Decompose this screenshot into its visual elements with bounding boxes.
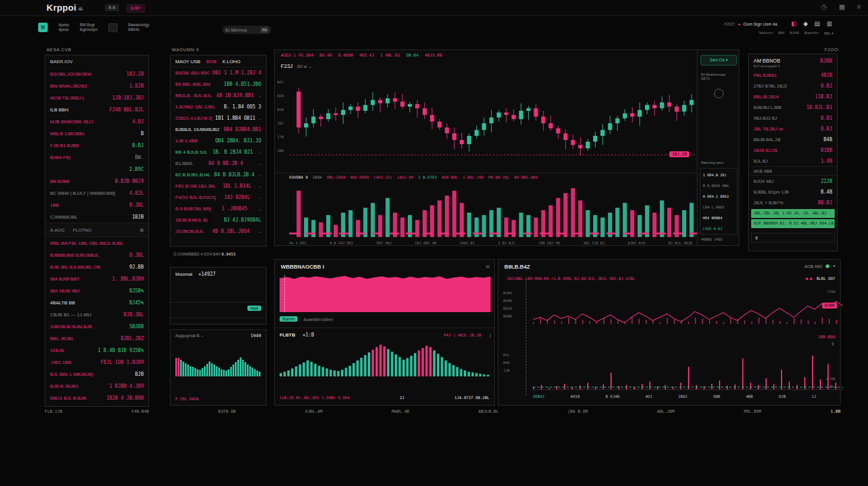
market-row[interactable]: BB1LB. .BJL.BJL4B 1B.BJ9.BB1⌄ (170, 90, 266, 101)
app-logo[interactable]: Krppoi4i (46, 2, 83, 13)
volume-chart[interactable] (289, 185, 697, 239)
market-row[interactable]: B9 BBL.BBL.BMIBB 4.B51.JBO (170, 79, 266, 90)
asset-icon[interactable]: ≣ (38, 23, 48, 32)
topbar-pill-2[interactable]: BJBF (126, 4, 145, 13)
topbar-icon[interactable]: ≡ (857, 3, 861, 11)
watchlist-row[interactable]: MBLB 1JBOBBLB (45, 127, 148, 139)
watchlist-row[interactable]: IBA 1BJB 4BJBJ5B% (45, 285, 148, 297)
market-row[interactable]: F4OO BJL BJOO1]19J B2B4L⌄ (170, 192, 266, 203)
watchlist-row[interactable]: MOB TB.JBBJ.L1JB.1BJ.JBJ (45, 92, 148, 104)
watchlist-row[interactable]: 31BJB1 B.4B BJB 9J5B% (45, 344, 148, 356)
mini-histogram-footer: P.IBL 9456 (175, 397, 199, 401)
topbar-icon[interactable]: ▦ (839, 3, 845, 11)
watchlist-row[interactable]: 2.B9C (45, 163, 148, 175)
stats-row[interactable]: BJBBL B1pm 1JBB.4B (749, 186, 837, 197)
pair-selector[interactable]: F23J JEI w ⌄ (281, 63, 312, 69)
watchlist-row[interactable]: BJBBBJBB BJBOBBJLB.JBL (45, 249, 148, 261)
watchlist-row[interactable]: 3JBOBJB BJALBJB5BJBB (45, 320, 148, 332)
watchlist-row[interactable]: FJB B1 BJBBB.BJ (45, 139, 148, 151)
topbar-pill-1[interactable]: B-B (105, 4, 119, 11)
stats-row[interactable]: 2BL TB.2BJ ooB.BJ (749, 123, 837, 134)
watchlist-row[interactable]: BBL JBJBLBJBL.JBZ (45, 332, 148, 344)
toolbar-label-2[interactable]: BM BogrBglrmoqrn (80, 23, 98, 32)
watchlist-row[interactable]: BJB JBL BJLBBJBL OB9J.BB (45, 261, 148, 273)
toolbar-icon[interactable]: ▥ (827, 20, 832, 27)
price-line-chart[interactable] (533, 297, 843, 324)
stats-row[interactable]: PBL BJBB14BJB (749, 70, 837, 80)
stats-row[interactable]: BBJB B4L.2BB4B (749, 134, 837, 145)
candlestick-chart[interactable] (289, 77, 697, 175)
depth-histogram[interactable] (280, 342, 491, 376)
stats-row[interactable]: 27BJ B7BL 2BJ2B.BJ (749, 80, 837, 91)
market-row[interactable]: 1.BJ9B2 1BL.1JBLB. 1.B4 OO5 3 (170, 101, 266, 113)
watchlist-row[interactable]: 1BBB.JBL (45, 199, 148, 211)
toolbar-sub-item[interactable]: BJ4M (790, 31, 799, 35)
watchlist-row[interactable]: 4BALTB BBBJ45% (45, 297, 148, 309)
toolbar-icon[interactable]: ▤ (814, 20, 820, 27)
toolbar-sub-item[interactable]: Bqamlrm (804, 31, 819, 35)
highlighted-row[interactable]: BJF.BBOB9H B1. B.OJ 4BL.9BJ O94.LBJ (751, 219, 835, 228)
toolbar-checkbox[interactable] (108, 23, 117, 32)
toolbar-label-3[interactable]: BawalnodgyBBlnfo (128, 23, 149, 32)
bottom-chart-controls[interactable]: AOB 49O ▾ (805, 264, 835, 269)
search-input[interactable]: BJ BBmmog 4d (222, 26, 271, 34)
depth-badge[interactable]: Bamm (280, 316, 297, 322)
toolbar-icon[interactable]: ◧ (791, 20, 796, 27)
watchlist-row[interactable]: BJB.B JBJB11 BJBB 4.JB9 (45, 380, 148, 392)
stats-row[interactable]: B4BJBJ LJBB1B.BJL.B1 (749, 102, 837, 113)
stats-row[interactable]: 2BJL + BJB7%BB.BJ (749, 197, 837, 208)
market-row[interactable]: B2 B BJB1.BJ4LB4 B BJLB.JB 4⌄ (170, 169, 266, 180)
stats-bottom-field[interactable]: B (751, 233, 835, 242)
market-row[interactable]: BJBBJL 19JBMBJB2BB4 BJBB4.BB1 (170, 124, 266, 135)
market-row[interactable]: B1JBMLB4 B BB.JB 4⌄ (170, 158, 266, 169)
stats-row[interactable]: 1BJB BJ.2BB1BB (749, 145, 837, 155)
market-row[interactable]: 22B21.4.LBJ.B 2]IB1 1.BB4 OB11⌄ (170, 113, 266, 124)
market-row[interactable]: FB1 B OB.1BJ.JBL1BL 1.BJ4L⌄ (170, 180, 266, 192)
mini-histogram[interactable] (175, 343, 261, 376)
depth-title-right[interactable]: Id (486, 264, 489, 269)
watchlist-row[interactable]: .OB1 1BBFBJL 1OB 1.BJB9 (45, 356, 148, 368)
watchlist-row[interactable]: CJMBBBJBL1BJB (45, 211, 148, 223)
watchlist-row[interactable]: ILB BBHFJ4B BBL.BJL (45, 104, 148, 116)
stats-row[interactable]: BJO4 4BJ22JB (749, 176, 837, 186)
market-table-header: MAOY USBBOBK.LOHO (170, 55, 266, 67)
market-row[interactable]: BB 4 BJLB 9JL1B. B 2BJ4 BJ1⌄ (170, 147, 266, 158)
spike-histogram[interactable] (533, 349, 843, 394)
highlighted-row[interactable]: OBL.IBL JBL 1.9O JA. 19. 4BL.BJ (751, 209, 835, 218)
watchlist-row[interactable]: MBJ1 BJL B.BJB1BJB 4 JB.B9B (45, 392, 148, 404)
volume-svg[interactable] (289, 185, 697, 237)
watchlist-row[interactable]: BW BMALJBOBZ1.BJB (45, 80, 148, 92)
watchlist-row[interactable]: BB BJBBB.BJB BBJ9 (45, 175, 148, 187)
market-row[interactable]: 2OJBOB.BJL4B B.1BL.JBO4⌄ (170, 226, 266, 237)
volume-legend: EUVOB4 92894OBL.2O94OO2.OO9O14O3.J2)14OJ… (289, 175, 693, 180)
stats-row[interactable]: BBLJB 2BJ411B.BJ (749, 91, 837, 102)
stats-row[interactable]: 9BJ-B22 BJB.B1 (749, 113, 837, 123)
watchlist-row[interactable]: MJB BMBOBB JBJJ4.BJ (45, 116, 148, 127)
topbar-icon[interactable]: ◷ (822, 3, 827, 11)
watchlist-row[interactable]: CBJB B1 — 1J.4BJBJB.JBL (45, 309, 148, 320)
watchlist-row[interactable]: BSOBL JOOBOBW1BJ.2B (45, 68, 148, 80)
watchlist-row[interactable]: BJL BBL L MBJBJB]BJB (45, 368, 148, 380)
watchlist-row[interactable]: MBL BA FBL IJBL OBL BBJL BJBL (45, 237, 148, 249)
stats-row[interactable]: BJL.BJ1.4B (749, 155, 837, 166)
watchlist-row[interactable]: BJBA FB]BW. (45, 151, 148, 163)
stats-row[interactable]: AKB 4BB (749, 166, 837, 176)
interval-button[interactable]: 3am.Oa ▾ (700, 55, 737, 66)
moomal-badge[interactable]: 4aal (247, 306, 261, 311)
depth-area-chart[interactable] (280, 275, 491, 312)
candle-svg[interactable] (289, 77, 697, 172)
market-row[interactable]: B.9 BJBOBL BB]1 .JBOB45⌄ (170, 203, 266, 214)
account-status[interactable]: F2O7 ● Oom Sign Usm 4a (724, 22, 777, 26)
depth-panel: WBBBNAOCBB I Id Bamm Aoaertbtm tdltnm FL… (274, 259, 495, 406)
indicator-circle-icon[interactable] (714, 89, 724, 98)
toolbar-label-1[interactable]: Apess4pess (58, 23, 69, 32)
toolbar-icon[interactable]: ◆ (803, 20, 808, 27)
watchlist-row[interactable]: IBA BJBFBBT1. BBL.BJB9 (45, 273, 148, 285)
market-row[interactable]: B9ZBL B51 B5O29OB1 1 1.M 1.2BJ 4 (170, 67, 266, 79)
market-row[interactable]: 1BJB B4BJL B]BJ 4J.BJ9OB4L (170, 214, 266, 226)
toolbar-sub-item[interactable]: |BM (778, 31, 785, 35)
watchlist-row[interactable]: BC BBW | BJJLT | WBBBOBB]4.BJL (45, 187, 148, 199)
market-row[interactable]: 1JB 1.4BBOB4 2BB4. BJ1.JO (170, 135, 266, 147)
toolbar-sub-item[interactable]: BBL ▾ (824, 31, 833, 35)
toolbar-sub-item[interactable]: Tablionm (758, 31, 773, 35)
